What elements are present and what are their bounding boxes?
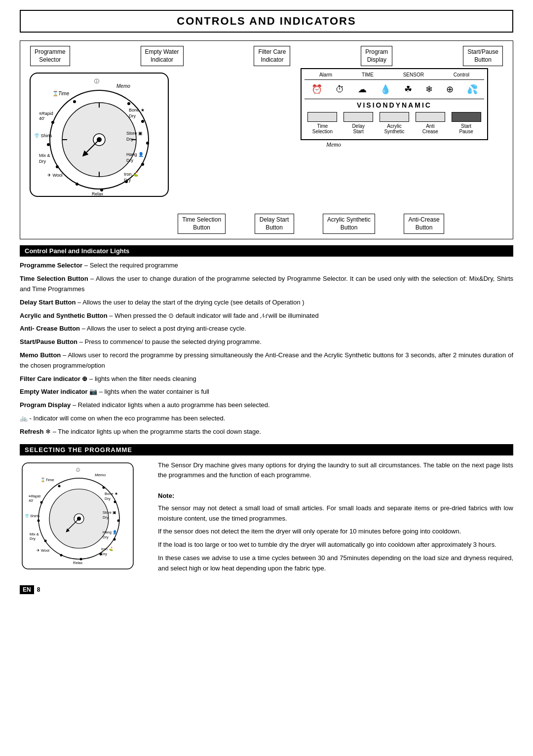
- body-paragraph-10: Program Display – Related indicator ligh…: [20, 400, 513, 411]
- body-paragraph-7: Memo Button – Allows user to record the …: [20, 350, 513, 371]
- svg-point-33: [100, 189, 103, 191]
- svg-text:Store ▣: Store ▣: [103, 510, 116, 515]
- start-pause-btn-rect[interactable]: [452, 112, 481, 122]
- time-selection-btn-panel[interactable]: TimeSelection: [307, 112, 337, 134]
- time-selection-btn-rect[interactable]: [307, 112, 337, 122]
- body-paragraph-4: Acrylic and Synthetic Button – When pres…: [20, 311, 513, 321]
- svg-text:⌛Time: ⌛Time: [52, 90, 70, 97]
- svg-text:Dry: Dry: [129, 113, 136, 118]
- selecting-note-label: Note:: [158, 491, 513, 501]
- alarm-label: Alarm: [319, 72, 332, 77]
- display-icons-row: ⏰ ⏱ ☁ 💧 ☘ ❄ ⊕ 💦: [305, 82, 484, 97]
- svg-point-34: [125, 180, 128, 183]
- svg-point-36: [146, 142, 149, 145]
- body-paragraph-8: Filter Care indicator ⊕ – lights when th…: [20, 374, 513, 384]
- svg-text:≡Rapid: ≡Rapid: [39, 111, 53, 116]
- drum-svg: ⌛Time ⓘ Memo ≡Rapid 40' Bone ★ Dry 👕 Shi…: [25, 68, 173, 206]
- svg-text:Relax: Relax: [73, 561, 82, 565]
- svg-text:≡Rapid: ≡Rapid: [29, 494, 40, 498]
- selecting-heading: SELECTING THE PROGRAMME: [20, 444, 513, 455]
- svg-text:⌛Time: ⌛Time: [40, 477, 54, 482]
- empty-water-indicator-label: Empty WaterIndicator: [141, 46, 184, 66]
- svg-point-37: [141, 120, 144, 123]
- humidity-icon: 💧: [380, 84, 391, 95]
- delay-start-btn-panel[interactable]: DelayStart: [343, 112, 373, 134]
- svg-point-32: [76, 183, 78, 186]
- memo-label-display: Memo: [326, 141, 508, 149]
- water-icon: 💦: [467, 84, 478, 95]
- svg-text:ⓘ: ⓘ: [76, 468, 80, 472]
- svg-text:Dry: Dry: [39, 159, 46, 164]
- anti-crease-btn-rect[interactable]: [416, 112, 445, 122]
- svg-point-35: [141, 163, 144, 166]
- svg-point-66: [44, 539, 47, 542]
- svg-text:40': 40': [29, 498, 34, 503]
- svg-point-69: [100, 553, 102, 555]
- footer: EN 8: [20, 585, 513, 594]
- selecting-note-2: If the sensor does not detect the item t…: [158, 527, 513, 537]
- svg-text:Dry: Dry: [126, 158, 133, 163]
- filter-icon: ⊕: [446, 84, 454, 95]
- body-paragraph-9: Empty Water indicator 📷 – lights when th…: [20, 387, 513, 397]
- anti-crease-btn-panel[interactable]: AntiCrease: [416, 112, 445, 134]
- drum-container: ⌛Time ⓘ Memo ≡Rapid 40' Bone ★ Dry 👕 Shi…: [25, 68, 183, 208]
- svg-point-71: [117, 519, 120, 522]
- selecting-note-4: In these cases we advise to use a time c…: [158, 553, 513, 574]
- svg-text:40': 40': [39, 116, 45, 121]
- acrylic-synthetic-btn-rect[interactable]: [380, 112, 409, 122]
- svg-point-30: [47, 143, 50, 146]
- svg-text:👕 Shirts: 👕 Shirts: [34, 133, 52, 139]
- acrylic-synthetic-button-label: Acrylic SyntheticButton: [323, 214, 375, 234]
- delay-start-btn-rect[interactable]: [343, 112, 373, 122]
- body-paragraph-6: Start/Pause Button – Press to commence/ …: [20, 337, 513, 347]
- svg-point-68: [80, 558, 82, 560]
- selecting-text: The Sensor Dry machine gives many option…: [158, 460, 513, 575]
- page-title: CONTROLS AND INDICATORS: [20, 10, 513, 33]
- small-drum-container: ⌛Time ⓘ Memo ≡Rapid 40' Bone ★ Dry 👕 Shi…: [20, 460, 148, 575]
- sensor-icon: ☁: [358, 84, 367, 95]
- filter-care-indicator-label: Filter CareIndicator: [254, 46, 290, 66]
- body-paragraph-2: Time Selection Button – Allows the user …: [20, 274, 513, 295]
- svg-point-38: [127, 102, 130, 105]
- body-paragraph-11: 🚲 - Indicator will come on when the eco …: [20, 414, 513, 424]
- svg-text:Dry: Dry: [103, 515, 109, 520]
- svg-text:Bone ★: Bone ★: [105, 491, 118, 496]
- display-brand: VISIONDYNAMIC: [305, 99, 484, 109]
- svg-text:Hang 👤: Hang 👤: [126, 151, 144, 157]
- svg-point-70: [114, 538, 116, 540]
- svg-point-67: [60, 554, 63, 556]
- control-panel-right: Alarm TIME SENSOR Control ⏰ ⏱ ☁ 💧 ☘ ❄ ⊕ …: [183, 68, 508, 149]
- delay-start-btn-text: DelayStart: [352, 123, 365, 134]
- start-pause-btn-panel[interactable]: StartPause: [452, 112, 481, 134]
- svg-point-72: [114, 500, 116, 503]
- program-display-label: ProgramDisplay: [361, 46, 392, 66]
- acrylic-synthetic-btn-panel[interactable]: AcrylicSynthetic: [380, 112, 409, 134]
- body-paragraph-12: Refresh ❄ – The indicator lights up when…: [20, 427, 513, 437]
- svg-point-65: [38, 519, 40, 522]
- svg-text:Mix &: Mix &: [39, 153, 50, 158]
- eco-icon: ☘: [404, 84, 412, 95]
- anti-crease-btn-text: AntiCrease: [422, 123, 438, 134]
- acrylic-synthetic-btn-text: AcrylicSynthetic: [384, 123, 404, 134]
- svg-text:Dry: Dry: [105, 496, 111, 501]
- time-label: TIME: [362, 72, 374, 77]
- time-selection-button-label: Time SelectionButton: [178, 214, 226, 234]
- time-display-icon: ⏱: [336, 84, 344, 95]
- time-selection-btn-text: TimeSelection: [312, 123, 333, 134]
- small-drum-svg: ⌛Time ⓘ Memo ≡Rapid 40' Bone ★ Dry 👕 Shi…: [20, 460, 138, 574]
- sensor-label: SENSOR: [403, 72, 424, 77]
- selecting-content: ⌛Time ⓘ Memo ≡Rapid 40' Bone ★ Dry 👕 Shi…: [20, 460, 513, 575]
- alarm-icon: ⏰: [311, 84, 322, 95]
- top-labels-row: ProgrammeSelector Empty WaterIndicator F…: [25, 46, 508, 66]
- svg-text:✈ Wool: ✈ Wool: [37, 548, 49, 553]
- display-top-row: Alarm TIME SENSOR Control: [305, 72, 484, 80]
- svg-text:Memo: Memo: [116, 83, 130, 89]
- svg-text:👕 Shirts: 👕 Shirts: [25, 514, 40, 518]
- delay-start-button-label: Delay StartButton: [255, 214, 294, 234]
- svg-text:Dry: Dry: [126, 137, 133, 142]
- svg-point-63: [58, 485, 61, 487]
- selecting-section: SELECTING THE PROGRAMME ⌛Time ⓘ: [20, 444, 513, 575]
- selecting-paragraph-1: The Sensor Dry machine gives many option…: [158, 460, 513, 481]
- svg-text:Dry: Dry: [103, 535, 109, 539]
- svg-point-28: [73, 100, 76, 103]
